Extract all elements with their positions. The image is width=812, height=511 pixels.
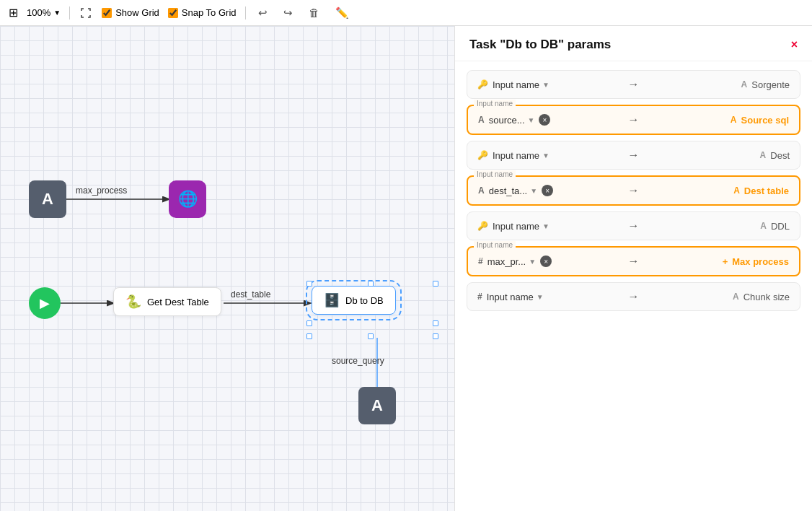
zoom-value: 100% — [27, 7, 50, 18]
param-left-2: A source... ▼ × — [478, 114, 621, 126]
chevron-2: ▼ — [528, 116, 535, 124]
param-right-text-1: Sorgente — [751, 79, 790, 90]
plus-icon-6: + — [723, 256, 728, 267]
redo-button[interactable]: ↪ — [280, 4, 296, 22]
key-icon-5: 🔑 — [477, 221, 488, 231]
param-select-text-6: max_pr... — [487, 256, 526, 267]
panel-header: Task "Db to DB" params × — [455, 26, 812, 61]
toolbar: ⊞ 100% ▼ Show Grid Snap To Grid ↩ ↪ 🗑 ✏️ — [0, 0, 812, 26]
a-icon-left-4: A — [478, 185, 485, 196]
edge-label-dest-table: dest_table — [231, 289, 270, 300]
param-left-5: 🔑 Input name ▼ — [477, 221, 621, 232]
param-row-6[interactable]: # max_pr... ▼ × → + Max process — [467, 246, 800, 276]
canvas-area[interactable]: max_process dest_table source_query A 🌐 … — [0, 26, 454, 511]
right-panel: Task "Db to DB" params × 🔑 Input name ▼ … — [454, 26, 812, 511]
panel-body: 🔑 Input name ▼ → A Sorgente Input name — [455, 61, 812, 511]
param-right-3: A Dest — [647, 150, 790, 161]
param-right-1: A Sorgente — [647, 79, 790, 90]
a-icon-5: A — [760, 221, 767, 231]
param-right-text-2: Source sql — [741, 115, 789, 126]
arrow-5: → — [628, 219, 640, 232]
param-select-3[interactable]: Input name ▼ — [493, 150, 550, 161]
show-grid-checkbox[interactable] — [102, 8, 112, 18]
divider2 — [245, 6, 246, 19]
arrow-6: → — [628, 255, 640, 268]
divider1 — [69, 6, 70, 19]
fullscreen-button[interactable] — [79, 6, 93, 20]
param-right-text-6: Max process — [732, 256, 789, 267]
param-row-2[interactable]: A source... ▼ × → A Source sql — [467, 105, 800, 135]
edge-label-max-process: max_process — [76, 185, 127, 196]
arrow-7: → — [628, 290, 640, 303]
param-select-2[interactable]: source... ▼ — [489, 115, 535, 126]
node-play[interactable]: ▶ — [29, 287, 61, 319]
node-a-bottom[interactable]: A — [358, 387, 396, 424]
param-select-text-3: Input name — [493, 150, 539, 161]
key-icon-3: 🔑 — [477, 150, 488, 160]
show-grid-label: Show Grid — [115, 7, 159, 18]
param-select-4[interactable]: dest_ta... ▼ — [489, 185, 537, 196]
param-row-1[interactable]: 🔑 Input name ▼ → A Sorgente — [467, 70, 800, 99]
param-right-2: A Source sql — [647, 115, 790, 126]
param-row-4[interactable]: A dest_ta... ▼ × → A Dest table — [467, 175, 800, 206]
param-row-outer-7: # Input name ▼ → A Chunk size — [467, 282, 800, 311]
param-select-6[interactable]: max_pr... ▼ — [487, 256, 536, 267]
node-db-to-db-label: Db to DB — [345, 295, 384, 306]
chevron-6: ▼ — [529, 258, 536, 266]
arrow-3: → — [628, 149, 640, 162]
handle-mr — [433, 320, 438, 326]
param-row-5[interactable]: 🔑 Input name ▼ → A DDL — [467, 211, 800, 240]
snap-grid-label: Snap To Grid — [182, 7, 237, 18]
param-select-7[interactable]: Input name ▼ — [487, 292, 544, 302]
handle-br — [433, 333, 438, 339]
param-right-6: + Max process — [647, 256, 790, 267]
param-right-4: A Dest table — [647, 185, 790, 196]
param-select-5[interactable]: Input name ▼ — [493, 221, 550, 232]
param-row-outer-1: 🔑 Input name ▼ → A Sorgente — [467, 70, 800, 99]
zoom-control[interactable]: 100% ▼ — [27, 7, 61, 18]
undo-button[interactable]: ↩ — [255, 4, 271, 22]
param-row-7[interactable]: # Input name ▼ → A Chunk size — [467, 282, 800, 311]
a-icon-left-2: A — [478, 115, 485, 125]
grid-icon: ⊞ — [9, 6, 18, 19]
param-close-btn-2[interactable]: × — [539, 114, 550, 126]
node-get-dest-table[interactable]: 🐍 Get Dest Table — [113, 287, 221, 316]
param-close-btn-6[interactable]: × — [540, 256, 552, 267]
param-row-3[interactable]: 🔑 Input name ▼ → A Dest — [467, 141, 800, 170]
arrow-2: → — [628, 113, 640, 126]
param-select-1[interactable]: Input name ▼ — [493, 79, 550, 90]
canvas-svg — [0, 26, 454, 511]
delete-button[interactable]: 🗑 — [305, 4, 323, 21]
chevron-7: ▼ — [537, 293, 544, 301]
param-row-outer-2: Input name A source... ▼ × → A Source sq… — [467, 105, 800, 135]
a-icon-right-2: A — [731, 115, 737, 125]
snap-grid-group[interactable]: Snap To Grid — [168, 7, 237, 18]
param-select-text-5: Input name — [493, 221, 539, 232]
chevron-3: ▼ — [542, 152, 550, 160]
param-row-outer-4: Input name A dest_ta... ▼ × → A Dest tab… — [467, 175, 800, 206]
panel-close-button[interactable]: × — [791, 38, 798, 51]
param-select-text-2: source... — [489, 115, 525, 126]
param-right-text-3: Dest — [770, 150, 790, 161]
node-purple[interactable]: 🌐 — [169, 180, 206, 218]
handle-bl — [306, 333, 312, 339]
node-get-dest-label: Get Dest Table — [147, 297, 209, 307]
node-db-to-db[interactable]: 🗄️ Db to DB — [312, 286, 396, 315]
param-close-btn-4[interactable]: × — [542, 185, 553, 196]
key-icon-1: 🔑 — [477, 79, 488, 89]
panel-title: Task "Db to DB" params — [469, 38, 611, 52]
a-icon-3: A — [760, 150, 767, 160]
param-left-1: 🔑 Input name ▼ — [477, 79, 621, 90]
param-right-text-7: Chunk size — [743, 292, 790, 302]
a-icon-right-4: A — [733, 185, 740, 196]
node-a-top[interactable]: A — [29, 180, 66, 218]
handle-tr — [433, 281, 438, 287]
handle-tm — [368, 281, 374, 287]
edit-button[interactable]: ✏️ — [332, 4, 353, 22]
handle-tl — [306, 281, 312, 287]
param-right-5: A DDL — [647, 221, 790, 232]
show-grid-group[interactable]: Show Grid — [102, 7, 159, 18]
snap-grid-checkbox[interactable] — [168, 8, 178, 18]
arrow-1: → — [628, 78, 640, 91]
param-row-outer-3: 🔑 Input name ▼ → A Dest — [467, 141, 800, 170]
